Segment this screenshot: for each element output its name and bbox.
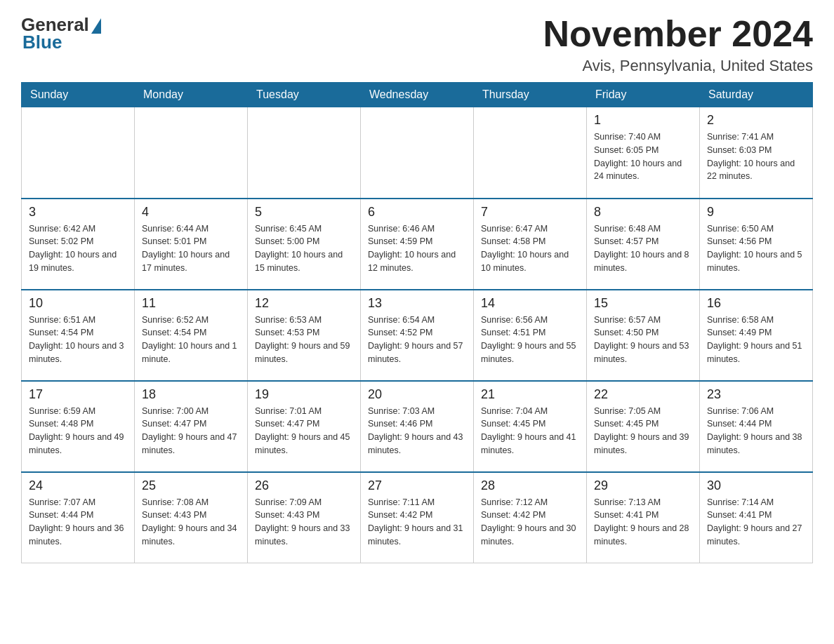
calendar-cell: 22Sunrise: 7:05 AMSunset: 4:45 PMDayligh… [587, 381, 700, 472]
day-info: Sunrise: 6:53 AMSunset: 4:53 PMDaylight:… [255, 314, 353, 366]
weekday-header-sunday: Sunday [22, 83, 135, 107]
day-info: Sunrise: 7:04 AMSunset: 4:45 PMDaylight:… [481, 405, 579, 457]
calendar-cell [361, 107, 474, 199]
calendar-cell: 24Sunrise: 7:07 AMSunset: 4:44 PMDayligh… [22, 472, 135, 563]
day-info: Sunrise: 6:54 AMSunset: 4:52 PMDaylight:… [368, 314, 466, 366]
day-number: 7 [481, 205, 579, 220]
calendar-cell: 9Sunrise: 6:50 AMSunset: 4:56 PMDaylight… [700, 199, 813, 290]
calendar-cell [135, 107, 248, 199]
calendar-cell: 18Sunrise: 7:00 AMSunset: 4:47 PMDayligh… [135, 381, 248, 472]
calendar-cell: 25Sunrise: 7:08 AMSunset: 4:43 PMDayligh… [135, 472, 248, 563]
logo: General Blue [21, 14, 101, 53]
location-text: Avis, Pennsylvania, United States [543, 57, 813, 75]
calendar-cell [22, 107, 135, 199]
day-number: 29 [594, 478, 692, 493]
day-number: 12 [255, 296, 353, 311]
day-number: 14 [481, 296, 579, 311]
day-number: 20 [368, 387, 466, 402]
day-info: Sunrise: 7:03 AMSunset: 4:46 PMDaylight:… [368, 405, 466, 457]
calendar-cell: 26Sunrise: 7:09 AMSunset: 4:43 PMDayligh… [248, 472, 361, 563]
calendar-header-row: SundayMondayTuesdayWednesdayThursdayFrid… [22, 83, 813, 107]
weekday-header-thursday: Thursday [474, 83, 587, 107]
calendar-cell: 20Sunrise: 7:03 AMSunset: 4:46 PMDayligh… [361, 381, 474, 472]
day-number: 5 [255, 205, 353, 220]
calendar-week-row: 1Sunrise: 7:40 AMSunset: 6:05 PMDaylight… [22, 107, 813, 199]
day-info: Sunrise: 7:01 AMSunset: 4:47 PMDaylight:… [255, 405, 353, 457]
month-title: November 2024 [543, 14, 813, 54]
page-header: General Blue November 2024 Avis, Pennsyl… [21, 14, 813, 75]
calendar-cell: 16Sunrise: 6:58 AMSunset: 4:49 PMDayligh… [700, 290, 813, 381]
day-number: 26 [255, 478, 353, 493]
calendar-cell: 29Sunrise: 7:13 AMSunset: 4:41 PMDayligh… [587, 472, 700, 563]
day-info: Sunrise: 7:41 AMSunset: 6:03 PMDaylight:… [707, 130, 805, 183]
day-number: 24 [29, 478, 127, 493]
day-info: Sunrise: 6:59 AMSunset: 4:48 PMDaylight:… [29, 405, 127, 457]
day-number: 21 [481, 387, 579, 402]
calendar-cell: 13Sunrise: 6:54 AMSunset: 4:52 PMDayligh… [361, 290, 474, 381]
day-number: 30 [707, 478, 805, 493]
day-info: Sunrise: 6:51 AMSunset: 4:54 PMDaylight:… [29, 314, 127, 366]
weekday-header-wednesday: Wednesday [361, 83, 474, 107]
calendar-cell [474, 107, 587, 199]
logo-blue-text: Blue [22, 32, 62, 53]
day-info: Sunrise: 7:09 AMSunset: 4:43 PMDaylight:… [255, 496, 353, 549]
weekday-header-monday: Monday [135, 83, 248, 107]
day-number: 18 [142, 387, 240, 402]
calendar-week-row: 3Sunrise: 6:42 AMSunset: 5:02 PMDaylight… [22, 199, 813, 290]
calendar-week-row: 24Sunrise: 7:07 AMSunset: 4:44 PMDayligh… [22, 472, 813, 563]
day-number: 11 [142, 296, 240, 311]
day-number: 6 [368, 205, 466, 220]
weekday-header-saturday: Saturday [700, 83, 813, 107]
calendar-cell: 12Sunrise: 6:53 AMSunset: 4:53 PMDayligh… [248, 290, 361, 381]
day-info: Sunrise: 7:05 AMSunset: 4:45 PMDaylight:… [594, 405, 692, 457]
calendar-cell: 2Sunrise: 7:41 AMSunset: 6:03 PMDaylight… [700, 107, 813, 199]
day-info: Sunrise: 6:50 AMSunset: 4:56 PMDaylight:… [707, 222, 805, 275]
calendar-cell: 23Sunrise: 7:06 AMSunset: 4:44 PMDayligh… [700, 381, 813, 472]
day-info: Sunrise: 6:45 AMSunset: 5:00 PMDaylight:… [255, 222, 353, 275]
calendar-cell: 10Sunrise: 6:51 AMSunset: 4:54 PMDayligh… [22, 290, 135, 381]
calendar-cell: 7Sunrise: 6:47 AMSunset: 4:58 PMDaylight… [474, 199, 587, 290]
day-number: 1 [594, 113, 692, 128]
day-info: Sunrise: 7:00 AMSunset: 4:47 PMDaylight:… [142, 405, 240, 457]
calendar-table: SundayMondayTuesdayWednesdayThursdayFrid… [21, 82, 813, 563]
day-number: 28 [481, 478, 579, 493]
day-number: 16 [707, 296, 805, 311]
day-number: 27 [368, 478, 466, 493]
day-number: 15 [594, 296, 692, 311]
calendar-cell: 30Sunrise: 7:14 AMSunset: 4:41 PMDayligh… [700, 472, 813, 563]
day-info: Sunrise: 7:13 AMSunset: 4:41 PMDaylight:… [594, 496, 692, 549]
day-info: Sunrise: 6:56 AMSunset: 4:51 PMDaylight:… [481, 314, 579, 366]
calendar-cell: 1Sunrise: 7:40 AMSunset: 6:05 PMDaylight… [587, 107, 700, 199]
day-info: Sunrise: 7:40 AMSunset: 6:05 PMDaylight:… [594, 130, 692, 183]
calendar-cell: 28Sunrise: 7:12 AMSunset: 4:42 PMDayligh… [474, 472, 587, 563]
day-info: Sunrise: 7:11 AMSunset: 4:42 PMDaylight:… [368, 496, 466, 549]
day-info: Sunrise: 6:57 AMSunset: 4:50 PMDaylight:… [594, 314, 692, 366]
day-number: 2 [707, 113, 805, 128]
calendar-cell: 15Sunrise: 6:57 AMSunset: 4:50 PMDayligh… [587, 290, 700, 381]
day-info: Sunrise: 7:14 AMSunset: 4:41 PMDaylight:… [707, 496, 805, 549]
calendar-cell: 4Sunrise: 6:44 AMSunset: 5:01 PMDaylight… [135, 199, 248, 290]
calendar-cell: 6Sunrise: 6:46 AMSunset: 4:59 PMDaylight… [361, 199, 474, 290]
day-info: Sunrise: 7:08 AMSunset: 4:43 PMDaylight:… [142, 496, 240, 549]
day-number: 22 [594, 387, 692, 402]
day-number: 13 [368, 296, 466, 311]
day-info: Sunrise: 6:52 AMSunset: 4:54 PMDaylight:… [142, 314, 240, 366]
day-info: Sunrise: 6:42 AMSunset: 5:02 PMDaylight:… [29, 222, 127, 275]
calendar-cell: 21Sunrise: 7:04 AMSunset: 4:45 PMDayligh… [474, 381, 587, 472]
day-info: Sunrise: 7:12 AMSunset: 4:42 PMDaylight:… [481, 496, 579, 549]
day-number: 4 [142, 205, 240, 220]
day-number: 9 [707, 205, 805, 220]
day-info: Sunrise: 6:58 AMSunset: 4:49 PMDaylight:… [707, 314, 805, 366]
day-info: Sunrise: 6:44 AMSunset: 5:01 PMDaylight:… [142, 222, 240, 275]
day-info: Sunrise: 6:48 AMSunset: 4:57 PMDaylight:… [594, 222, 692, 275]
day-info: Sunrise: 7:06 AMSunset: 4:44 PMDaylight:… [707, 405, 805, 457]
calendar-cell: 5Sunrise: 6:45 AMSunset: 5:00 PMDaylight… [248, 199, 361, 290]
calendar-cell: 27Sunrise: 7:11 AMSunset: 4:42 PMDayligh… [361, 472, 474, 563]
calendar-cell: 11Sunrise: 6:52 AMSunset: 4:54 PMDayligh… [135, 290, 248, 381]
day-number: 17 [29, 387, 127, 402]
logo-triangle-icon [91, 18, 101, 34]
calendar-cell: 17Sunrise: 6:59 AMSunset: 4:48 PMDayligh… [22, 381, 135, 472]
day-number: 3 [29, 205, 127, 220]
day-info: Sunrise: 7:07 AMSunset: 4:44 PMDaylight:… [29, 496, 127, 549]
day-number: 8 [594, 205, 692, 220]
